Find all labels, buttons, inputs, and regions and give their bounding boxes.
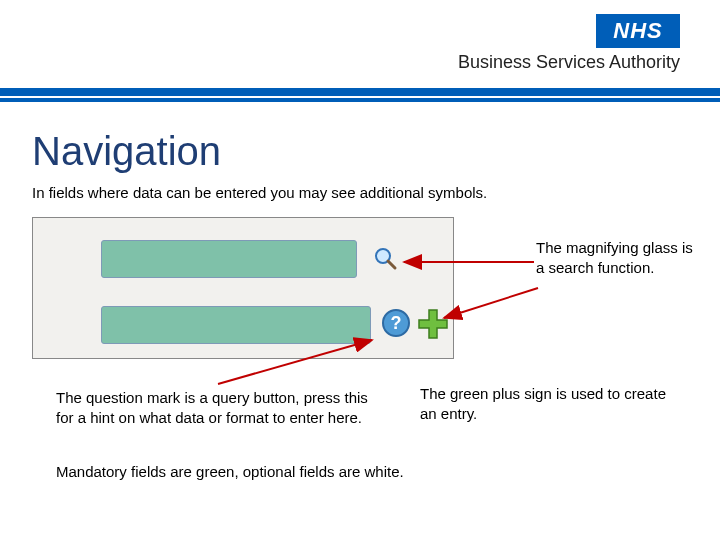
caption-magnifier: The magnifying glass is a search functio… bbox=[536, 238, 696, 277]
caption-plus: The green plus sign is used to create an… bbox=[420, 384, 670, 423]
svg-line-5 bbox=[444, 288, 538, 318]
caption-mandatory: Mandatory fields are green, optional fie… bbox=[56, 462, 656, 482]
caption-question: The question mark is a query button, pre… bbox=[56, 388, 386, 427]
svg-line-6 bbox=[218, 340, 372, 384]
